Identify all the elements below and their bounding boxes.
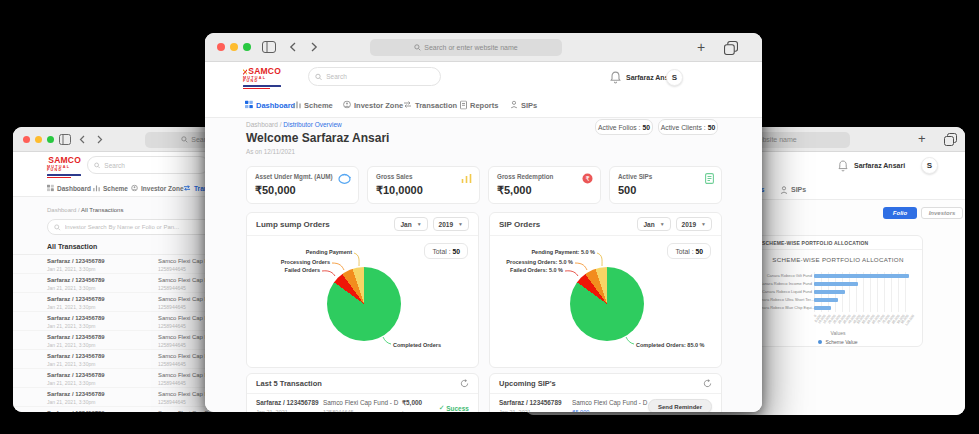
search-icon [181, 136, 188, 143]
nav-item-sips[interactable]: SIPs [510, 100, 537, 109]
bar-category-label: Canara Robeco Ultra Short Ter... [756, 296, 812, 304]
new-tab-icon[interactable]: + [918, 131, 926, 146]
bar[interactable] [814, 306, 831, 310]
minimize-window-button[interactable] [35, 136, 42, 143]
bar-row [814, 296, 912, 304]
sidebar-toggle-icon[interactable] [59, 134, 71, 145]
nav-item-investor-zone[interactable]: Investor Zone [343, 100, 403, 109]
lump-sum-orders-panel: Lump sump Orders Jan▼ 2019▼ Total : 50 P… [246, 212, 479, 368]
active-clients-pill[interactable]: Active Clients :50 [658, 119, 718, 135]
bar[interactable] [814, 298, 838, 302]
app-search-input[interactable] [104, 162, 202, 169]
sip-pie-chart[interactable] [570, 267, 644, 341]
year-select[interactable]: 2019▼ [433, 217, 469, 231]
bar[interactable] [814, 274, 909, 278]
app-search-field[interactable] [87, 156, 209, 174]
total-pill: Total : 50 [667, 243, 711, 259]
close-window-button[interactable] [23, 136, 30, 143]
avatar[interactable]: S [666, 69, 683, 86]
orders-pie-chart[interactable] [327, 267, 401, 341]
stat-card-gross-sales[interactable]: Gross Sales ₹10,0000 [367, 166, 480, 204]
breadcrumb-root[interactable]: Dashboard [246, 121, 278, 128]
investor-cell: Sarfaraz / 123456789 Jan 21, 2021, 3:30p… [47, 296, 105, 310]
refresh-icon[interactable] [703, 379, 712, 388]
redemption-badge-icon: ₹ [582, 173, 593, 184]
investor-cell: Sarfaraz / 123456789 Jan 21, 2021, 3:30p… [47, 391, 105, 405]
nav-item-dashboard[interactable]: Dashboard [47, 184, 91, 191]
pie-label-processing: Processing Orders: 5.0 % [506, 259, 573, 265]
scheme-icon [293, 101, 301, 109]
dashboard-content: Dashboard / Distributor Overview Active … [205, 118, 762, 412]
nav-item-dashboard[interactable]: Dashboard [245, 100, 295, 109]
forward-icon[interactable] [97, 135, 103, 144]
nav-item-scheme[interactable]: Scheme [293, 100, 333, 109]
sidebar-toggle-icon[interactable] [262, 41, 276, 53]
portfolio-allocation-panel: SCHEME-WISE PORTFOLIO ALLOCATION SCHEME-… [753, 235, 923, 347]
minimize-window-button[interactable] [230, 43, 238, 51]
back-icon[interactable] [289, 42, 296, 52]
app-search-field[interactable] [308, 67, 441, 86]
app-search-input[interactable] [326, 73, 434, 80]
chevron-down-icon: ▼ [417, 221, 422, 227]
tab-overview-icon[interactable] [944, 133, 957, 146]
fund-cell: Samco Flexi Cap Fund - D 1258944645 [323, 399, 398, 412]
notification-bell-icon[interactable] [838, 160, 848, 172]
stat-card-aum[interactable]: Asset Under Mgmt. (AUM) ₹50,000 [246, 166, 359, 204]
nav-item-transaction[interactable]: Transaction [403, 100, 457, 109]
dashboard-icon [47, 184, 54, 191]
legend-label: Scheme Value [825, 339, 857, 345]
nav-item-reports[interactable]: Reports [460, 100, 498, 109]
stat-card-active-sips[interactable]: Active SIPs 500 [609, 166, 722, 204]
bar-row [814, 288, 912, 296]
list-title: All Transaction [47, 243, 97, 250]
refresh-icon[interactable] [460, 379, 469, 388]
user-name: Sarfaraz Ansari [854, 162, 905, 169]
tab-overview-icon[interactable] [724, 41, 738, 55]
sips-person-icon [510, 101, 518, 109]
x-axis-title: Values [754, 330, 922, 336]
search-icon [315, 73, 322, 81]
investor-cell: Sarfaraz / 123456789 Jan 21, 2021 [499, 399, 562, 412]
app-nav: Dashboard Scheme Investor Zone Transacti… [205, 92, 762, 118]
panel-title: SIP Orders [499, 220, 632, 229]
x-axis-ticks: 05,00010,00015,00020,00025,00030,00035,0… [814, 314, 912, 328]
bar[interactable] [814, 282, 858, 286]
address-bar[interactable]: Search or enter website name [370, 39, 562, 56]
nav-item-sips[interactable]: SIPs [780, 186, 806, 194]
stat-card-gross-redemption[interactable]: Gross Redemption ₹5,000 ₹ [488, 166, 601, 204]
bar-chart-icon [461, 173, 472, 184]
zoom-window-button[interactable] [243, 43, 251, 51]
transaction-icon [403, 101, 412, 109]
avatar[interactable]: S [921, 157, 938, 174]
investors-tab-button[interactable]: Investors [921, 207, 963, 219]
investor-cell: Sarfaraz / 123456789 Jan 21, 2021, 3:30p… [47, 277, 105, 291]
active-folios-pill[interactable]: Active Folios :50 [595, 119, 653, 135]
notification-bell-icon[interactable] [610, 71, 621, 84]
bar-row [814, 304, 912, 312]
transaction-row[interactable]: Sarfaraz / 123456789 Jan 21, 2021 Samco … [247, 394, 478, 412]
panel-title: Upcoming SIP's [499, 379, 703, 388]
forward-icon[interactable] [311, 42, 318, 52]
legend-dot [818, 340, 822, 344]
nav-item-scheme[interactable]: Scheme [93, 184, 128, 191]
back-icon[interactable] [79, 135, 85, 144]
bar[interactable] [814, 290, 845, 294]
check-icon: ✓ [439, 404, 444, 412]
zoom-window-button[interactable] [47, 136, 54, 143]
month-select[interactable]: Jan▼ [637, 217, 670, 231]
close-window-button[interactable] [217, 43, 225, 51]
month-select[interactable]: Jan▼ [394, 217, 427, 231]
year-select[interactable]: 2019▼ [676, 217, 712, 231]
nav-item-investor-zone[interactable]: Investor Zone [131, 184, 184, 191]
status-badge: ✓ Sucess [439, 404, 469, 412]
samco-logo-mark-icon [243, 68, 247, 76]
chart-legend: Scheme Value [754, 339, 922, 345]
scheme-icon [93, 184, 100, 191]
samco-logo[interactable]: SAMCO MUTUAL FUND [243, 67, 281, 89]
folio-tab-button[interactable]: Folio [883, 207, 917, 219]
send-reminder-button[interactable]: Send Reminder [648, 399, 712, 412]
investor-cell: Sarfaraz / 123456789 Jan 21, 2021, 3:30p… [47, 258, 105, 272]
chevron-down-icon: ▼ [701, 221, 706, 227]
new-tab-icon[interactable]: + [697, 39, 705, 55]
sip-row[interactable]: Sarfaraz / 123456789 Jan 21, 2021 Samco … [490, 394, 721, 412]
